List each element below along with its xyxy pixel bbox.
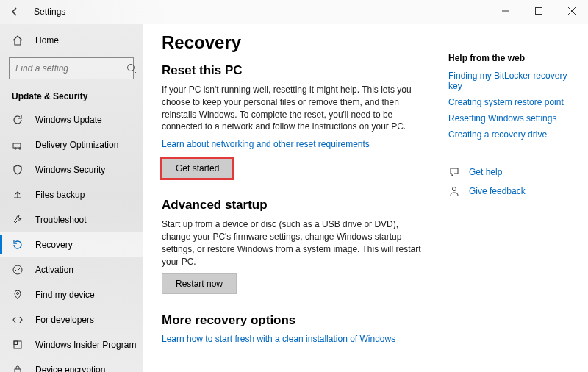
advanced-description: Start up from a device or disc (such as …: [162, 218, 426, 268]
sidebar-item-delivery-optimization[interactable]: Delivery Optimization: [0, 132, 143, 157]
sidebar-item-label: Delivery Optimization: [35, 140, 118, 150]
get-help-label: Get help: [469, 167, 502, 177]
feedback-icon: [448, 185, 460, 197]
help-link-bitlocker[interactable]: Finding my BitLocker recovery key: [448, 71, 573, 91]
page-title: Recovery: [162, 32, 426, 53]
lock-icon: [12, 364, 24, 372]
svg-point-2: [128, 65, 135, 71]
svg-rect-1: [535, 8, 542, 15]
close-button[interactable]: [555, 0, 588, 22]
svg-point-6: [19, 148, 21, 149]
give-feedback-action[interactable]: Give feedback: [448, 185, 573, 197]
wrench-icon: [12, 214, 24, 226]
code-icon: [12, 314, 24, 326]
sidebar-item-label: Activation: [35, 265, 74, 275]
sidebar-home-label: Home: [35, 35, 59, 46]
reset-pc-section: Reset this PC If your PC isn't running w…: [162, 63, 426, 179]
sidebar-item-recovery[interactable]: Recovery: [0, 232, 143, 257]
help-link-reset-settings[interactable]: Resetting Windows settings: [448, 113, 573, 124]
main-content: Recovery Reset this PC If your PC isn't …: [143, 24, 588, 372]
sidebar: Home Update & Security Windows Update De…: [0, 24, 143, 372]
search-input[interactable]: [15, 63, 126, 74]
get-help-action[interactable]: Get help: [448, 166, 573, 178]
sidebar-item-find-my-device[interactable]: Find my device: [0, 282, 143, 307]
sidebar-item-label: Windows Security: [35, 165, 105, 175]
help-heading: Help from the web: [448, 53, 573, 63]
sidebar-item-for-developers[interactable]: For developers: [0, 307, 143, 332]
advanced-heading: Advanced startup: [162, 198, 426, 212]
sidebar-item-windows-update[interactable]: Windows Update: [0, 107, 143, 132]
svg-point-5: [15, 148, 16, 149]
sidebar-item-device-encryption[interactable]: Device encryption: [0, 357, 143, 372]
sidebar-home[interactable]: Home: [0, 28, 143, 53]
restart-now-button[interactable]: Restart now: [162, 273, 237, 294]
sidebar-item-label: Find my device: [35, 290, 95, 300]
home-icon: [12, 35, 24, 46]
location-icon: [12, 289, 24, 301]
sidebar-item-windows-security[interactable]: Windows Security: [0, 157, 143, 182]
sidebar-item-label: For developers: [35, 315, 94, 325]
sidebar-item-activation[interactable]: Activation: [0, 257, 143, 282]
search-box[interactable]: [9, 57, 134, 79]
back-button[interactable]: [6, 3, 24, 21]
advanced-startup-section: Advanced startup Start up from a device …: [162, 198, 426, 294]
window-controls: [489, 0, 588, 22]
help-bubble-icon: [448, 166, 460, 178]
help-link-recovery-drive[interactable]: Creating a recovery drive: [448, 129, 573, 140]
reset-learn-link[interactable]: Learn about networking and other reset r…: [162, 139, 370, 149]
svg-rect-10: [14, 341, 18, 345]
more-recovery-link[interactable]: Learn how to start fresh with a clean in…: [162, 334, 395, 344]
check-icon: [12, 264, 24, 276]
sidebar-item-label: Device encryption: [35, 365, 105, 372]
shield-icon: [12, 164, 24, 176]
svg-point-7: [13, 265, 22, 274]
reset-description: If your PC isn't running well, resetting…: [162, 84, 426, 133]
sync-icon: [12, 114, 24, 126]
more-recovery-section: More recovery options Learn how to start…: [162, 313, 426, 353]
give-feedback-label: Give feedback: [469, 186, 526, 196]
sidebar-item-label: Troubleshoot: [35, 215, 87, 225]
delivery-icon: [12, 139, 24, 151]
sidebar-item-label: Windows Insider Program: [35, 340, 136, 350]
sidebar-item-windows-insider[interactable]: Windows Insider Program: [0, 332, 143, 357]
svg-rect-4: [13, 143, 21, 148]
svg-point-8: [17, 293, 19, 295]
sidebar-item-label: Recovery: [35, 240, 73, 250]
sidebar-item-troubleshoot[interactable]: Troubleshoot: [0, 207, 143, 232]
help-link-restore-point[interactable]: Creating system restore point: [448, 97, 573, 107]
get-started-button[interactable]: Get started: [162, 158, 233, 179]
sidebar-item-label: Files backup: [35, 190, 85, 200]
svg-line-3: [134, 71, 137, 74]
svg-point-12: [453, 187, 456, 191]
search-icon: [126, 63, 137, 74]
minimize-button[interactable]: [489, 0, 522, 22]
sidebar-section-label: Update & Security: [0, 84, 143, 107]
window-title: Settings: [34, 7, 65, 17]
more-heading: More recovery options: [162, 313, 426, 328]
insider-icon: [12, 339, 24, 351]
help-panel: Help from the web Finding my BitLocker r…: [448, 32, 573, 372]
sidebar-item-label: Windows Update: [35, 115, 102, 125]
maximize-button[interactable]: [522, 0, 555, 22]
recovery-icon: [12, 239, 24, 251]
backup-icon: [12, 189, 24, 201]
sidebar-item-files-backup[interactable]: Files backup: [0, 182, 143, 207]
svg-rect-11: [15, 369, 21, 372]
reset-heading: Reset this PC: [162, 63, 426, 78]
